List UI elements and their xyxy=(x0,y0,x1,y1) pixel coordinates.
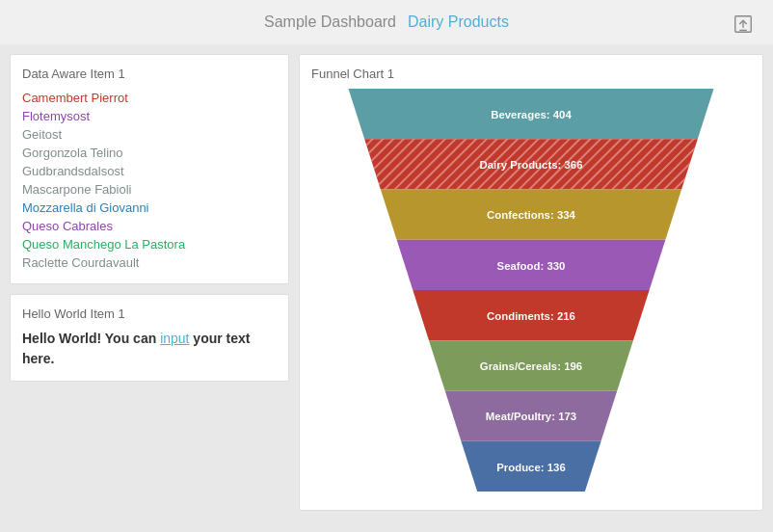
funnel-label-6: Meat/Poultry: 173 xyxy=(486,411,576,422)
list-items-container: Camembert PierrotFlotemysostGeitostGorgo… xyxy=(22,89,277,272)
funnel-chart-title: Funnel Chart 1 xyxy=(311,66,751,81)
list-item[interactable]: Mascarpone Fabioli xyxy=(22,180,277,199)
list-item[interactable]: Geitost xyxy=(22,125,277,144)
funnel-label-4: Condiments: 216 xyxy=(487,310,575,322)
left-panel: Data Aware Item 1 Camembert PierrotFlote… xyxy=(10,54,289,511)
funnel-label-7: Produce: 136 xyxy=(496,462,566,473)
list-item[interactable]: Queso Cabrales xyxy=(22,217,277,235)
dashboard-subtitle[interactable]: Dairy Products xyxy=(408,13,509,31)
input-link[interactable]: input xyxy=(160,331,189,346)
list-item[interactable]: Queso Manchego La Pastora xyxy=(22,235,277,253)
data-aware-card: Data Aware Item 1 Camembert PierrotFlote… xyxy=(10,54,289,284)
funnel-label-2: Confections: 334 xyxy=(487,209,575,221)
export-icon[interactable] xyxy=(733,13,754,35)
funnel-label-0: Beverages: 404 xyxy=(491,109,572,120)
hello-world-title: Hello World Item 1 xyxy=(22,306,277,321)
hello-world-card: Hello World Item 1 Hello World! You can … xyxy=(10,294,289,382)
list-item[interactable]: Camembert Pierrot xyxy=(22,89,277,107)
list-item[interactable]: Raclette Courdavault xyxy=(22,253,277,272)
funnel-label-1: Dairy Products: 366 xyxy=(480,159,583,171)
hello-world-text: Hello World! You can input your text her… xyxy=(22,329,277,369)
list-item[interactable]: Gudbrandsdalsost xyxy=(22,162,277,180)
list-item[interactable]: Flotemysost xyxy=(22,107,277,125)
funnel-container: Beverages: 404Dairy Products: 366Confect… xyxy=(311,89,751,492)
data-aware-title: Data Aware Item 1 xyxy=(22,66,277,81)
hello-world-bold: Hello World! You can xyxy=(22,331,160,346)
funnel-svg: Beverages: 404Dairy Products: 366Confect… xyxy=(311,89,751,492)
dashboard-title: Sample Dashboard xyxy=(264,13,396,31)
header: Sample Dashboard Dairy Products xyxy=(0,0,773,44)
main-content: Data Aware Item 1 Camembert PierrotFlote… xyxy=(0,44,773,520)
list-item[interactable]: Gorgonzola Telino xyxy=(22,144,277,162)
list-item[interactable]: Mozzarella di Giovanni xyxy=(22,199,277,217)
funnel-label-3: Seafood: 330 xyxy=(497,260,566,272)
funnel-chart-panel: Funnel Chart 1 Beverages: 404Dairy Produ… xyxy=(299,54,763,511)
funnel-label-5: Grains/Cereals: 196 xyxy=(480,360,582,372)
